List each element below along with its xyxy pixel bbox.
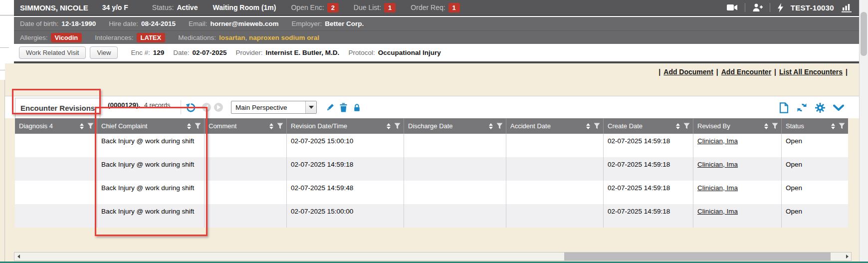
revised-by-link[interactable]: Clinician, Ima bbox=[697, 208, 738, 215]
cell-accident-date bbox=[506, 134, 604, 157]
sort-icon[interactable] bbox=[269, 123, 273, 129]
horizontal-scroll-track[interactable] bbox=[22, 253, 843, 261]
cell-status: Open bbox=[782, 157, 848, 181]
horizontal-scrollbar[interactable] bbox=[14, 252, 852, 261]
column-header-chief-complaint[interactable]: Chief Complaint bbox=[97, 118, 205, 134]
grid-row[interactable]: Back Injury @ work during shift02-07-202… bbox=[15, 181, 848, 204]
panel-records-count: 4 records bbox=[144, 102, 170, 109]
due-list-count-badge[interactable]: 1 bbox=[384, 3, 396, 12]
action-link-add-encounter[interactable]: Add Encounter bbox=[721, 68, 771, 76]
sort-icon[interactable] bbox=[831, 123, 835, 129]
delete-trash-icon[interactable] bbox=[339, 103, 348, 112]
email-label: Email: bbox=[189, 20, 208, 27]
filter-funnel-icon[interactable] bbox=[594, 123, 600, 129]
filter-funnel-icon[interactable] bbox=[839, 123, 845, 129]
filter-funnel-icon[interactable] bbox=[195, 123, 201, 129]
column-header-create-date[interactable]: Create Date bbox=[604, 118, 693, 134]
new-document-icon[interactable] bbox=[779, 102, 789, 113]
cell-discharge-date bbox=[404, 134, 506, 157]
cell-revision-datetime: 02-07-2025 14:59:18 bbox=[287, 157, 404, 181]
filter-funnel-icon[interactable] bbox=[394, 123, 401, 129]
filter-funnel-icon[interactable] bbox=[496, 123, 503, 129]
grid-row[interactable]: Back Injury @ work during shift02-07-202… bbox=[15, 157, 848, 181]
cell-chief-complaint: Back Injury @ work during shift bbox=[97, 134, 205, 157]
column-header-tools bbox=[676, 123, 690, 129]
prev-disabled-icon[interactable] bbox=[202, 103, 211, 112]
grid-row[interactable]: Back Injury @ work during shift02-07-202… bbox=[15, 204, 848, 228]
column-header-label: Status bbox=[786, 122, 804, 130]
action-link-list-all-encounters[interactable]: List All Encounters bbox=[779, 68, 843, 76]
revised-by-link[interactable]: Clinician, Ima bbox=[697, 137, 738, 145]
revised-by-link[interactable]: Clinician, Ima bbox=[697, 161, 738, 168]
filter-funnel-icon[interactable] bbox=[772, 123, 778, 129]
column-header-label: Chief Complaint bbox=[101, 122, 148, 130]
person-add-icon[interactable] bbox=[752, 3, 763, 12]
scroll-right-arrow[interactable] bbox=[843, 253, 851, 261]
email-value: horner@mieweb.com bbox=[210, 20, 278, 27]
video-camera-icon[interactable] bbox=[727, 3, 738, 11]
protocol-value: Occupational Injury bbox=[378, 49, 441, 56]
cell-accident-date bbox=[506, 181, 604, 204]
cell-create-date: 02-07-2025 14:59:18 bbox=[604, 157, 693, 181]
horizontal-scroll-thumb[interactable] bbox=[564, 253, 831, 261]
medications-label: Medications: bbox=[178, 34, 216, 41]
perspective-select[interactable]: Main Perspective bbox=[231, 101, 317, 114]
vertical-scrollbar[interactable] bbox=[859, 0, 868, 263]
filter-funnel-icon[interactable] bbox=[87, 123, 94, 129]
grid-header-row: Diagnosis 4Chief ComplaintCommentRevisio… bbox=[15, 118, 848, 134]
cell-create-date: 02-07-2025 14:59:18 bbox=[604, 134, 693, 157]
column-header-diagnosis4[interactable]: Diagnosis 4 bbox=[15, 118, 97, 134]
column-header-tools bbox=[80, 123, 94, 129]
action-link-add-document[interactable]: Add Document bbox=[663, 68, 713, 76]
vertical-scroll-thumb[interactable] bbox=[861, 12, 867, 56]
refresh-icon[interactable] bbox=[797, 102, 807, 113]
edit-pencil-icon[interactable] bbox=[325, 103, 335, 112]
cell-revised-by: Clinician, Ima bbox=[693, 204, 782, 228]
sort-icon[interactable] bbox=[80, 123, 84, 129]
grid-row[interactable]: Back Injury @ work during shift02-07-202… bbox=[15, 134, 848, 157]
order-req-count-badge[interactable]: 1 bbox=[448, 3, 460, 12]
scroll-left-arrow[interactable] bbox=[14, 253, 22, 261]
panel-title-meta: (0000129), 4 records bbox=[108, 101, 170, 109]
bar-chart-icon[interactable] bbox=[841, 3, 852, 12]
toolbar-button-view[interactable]: View bbox=[90, 46, 118, 59]
column-header-label: Create Date bbox=[608, 122, 643, 130]
action-links-row: |Add Document|Add Encounter|List All Enc… bbox=[0, 68, 851, 76]
sort-icon[interactable] bbox=[187, 123, 191, 129]
chevron-down-icon[interactable] bbox=[833, 104, 844, 112]
sort-icon[interactable] bbox=[387, 123, 391, 129]
cell-diagnosis4 bbox=[15, 181, 97, 204]
status-value: Active bbox=[177, 3, 198, 11]
column-header-accident-date[interactable]: Accident Date bbox=[506, 118, 604, 134]
column-header-revision-datetime[interactable]: Revision Date/Time bbox=[287, 118, 404, 134]
lock-icon[interactable] bbox=[353, 103, 361, 112]
intolerance-badge[interactable]: LATEX bbox=[137, 33, 166, 42]
gear-icon[interactable] bbox=[815, 103, 825, 113]
sort-icon[interactable] bbox=[586, 123, 590, 129]
sort-icon[interactable] bbox=[676, 123, 680, 129]
hire-date-value: 08-24-2015 bbox=[141, 20, 176, 27]
column-header-revised-by[interactable]: Revised By bbox=[693, 118, 782, 134]
icon-separator bbox=[745, 3, 745, 12]
employer-value: Better Corp. bbox=[325, 20, 364, 27]
revised-by-link[interactable]: Clinician, Ima bbox=[697, 184, 738, 192]
filter-funnel-icon[interactable] bbox=[277, 123, 283, 129]
undo-icon[interactable] bbox=[186, 102, 196, 113]
column-header-status[interactable]: Status bbox=[782, 118, 848, 134]
column-header-comment[interactable]: Comment bbox=[205, 118, 287, 134]
cell-discharge-date bbox=[404, 181, 506, 204]
panel-record-id: (0000129), bbox=[108, 101, 140, 109]
enc-date-label: Date: bbox=[173, 49, 189, 56]
allergy-badge[interactable]: Vicodin bbox=[51, 33, 82, 42]
open-enc-count-badge[interactable]: 2 bbox=[327, 3, 339, 12]
column-header-discharge-date[interactable]: Discharge Date bbox=[404, 118, 506, 134]
cell-discharge-date bbox=[404, 157, 506, 181]
encounter-revisions-panel-header: Encounter Revisions (0000129), 4 records… bbox=[5, 96, 859, 118]
lightning-icon[interactable] bbox=[777, 3, 784, 12]
sort-icon[interactable] bbox=[764, 123, 768, 129]
toolbar-button-work-related-visit[interactable]: Work Related Visit bbox=[19, 46, 86, 59]
next-disabled-icon[interactable] bbox=[214, 103, 223, 112]
sort-icon[interactable] bbox=[489, 123, 493, 129]
filter-funnel-icon[interactable] bbox=[683, 123, 690, 129]
panel-header-right-icons bbox=[779, 96, 844, 119]
